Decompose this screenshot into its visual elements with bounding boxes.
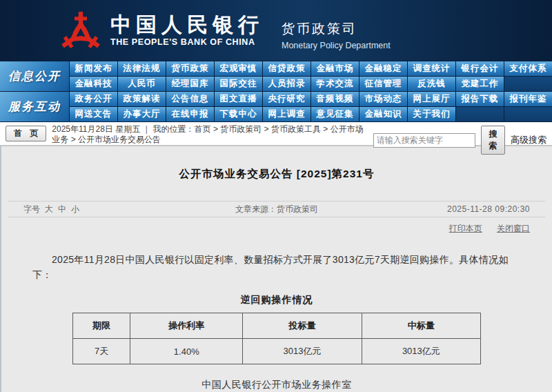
nav-item[interactable]: 金融稳定 <box>359 61 407 76</box>
nav-item[interactable]: 公告信息 <box>166 92 214 106</box>
table-header-cell: 操作利率 <box>130 313 243 339</box>
table-cell: 3013亿元 <box>243 339 362 364</box>
nav-item[interactable]: 反洗钱 <box>408 77 455 91</box>
table-header-row: 期限操作利率投标量中标量 <box>73 313 481 339</box>
nav-item[interactable]: 金融科技 <box>70 77 117 91</box>
nav-item[interactable]: 新闻发布 <box>70 61 117 76</box>
nav-item[interactable]: 政务公开 <box>70 92 117 106</box>
nav-item[interactable]: 网上展厅 <box>408 92 455 106</box>
breadcrumb-bar: 首 页 2025年11月28日 星期五 ｜ 我的位置：首页 > 货币政策司 > … <box>0 122 552 146</box>
font-size-label: 字号 <box>23 204 40 215</box>
nav-item[interactable]: 办事大厅 <box>118 107 166 121</box>
nav-item[interactable]: 国际交往 <box>215 77 262 91</box>
nav-empty-cell <box>456 107 504 121</box>
search-area: 搜索 高级搜索 <box>373 126 546 155</box>
nav-item[interactable]: 央行研究 <box>263 92 310 106</box>
article-meta-row: 字号 大 中 小 文章来源：货币政策司 2025-11-28 09:20:30 <box>8 201 545 217</box>
nav-empty-cell <box>504 77 552 91</box>
article-body: 2025年11月28日中国人民银行以固定利率、数量招标方式开展了3013亿元7天… <box>32 253 521 282</box>
font-size-small[interactable]: 小 <box>71 204 79 215</box>
article-signature: 中国人民银行公开市场业务操作室 <box>1 379 552 391</box>
nav-grid: 信息公开新闻发布法律法规货币政策宏观审慎信贷政策金融市场金融稳定调查统计银行会计… <box>0 61 552 122</box>
nav-item[interactable]: 网送文告 <box>70 107 117 121</box>
search-button[interactable]: 搜索 <box>481 126 505 155</box>
search-input[interactable] <box>373 133 475 148</box>
table-cell: 1.40% <box>130 339 243 364</box>
table-cell: 7天 <box>73 339 130 364</box>
nav-item[interactable]: 调查统计 <box>408 61 455 76</box>
page-title: 公开市场业务交易公告 [2025]第231号 <box>1 167 552 182</box>
nav-item[interactable]: 图文直播 <box>215 92 262 106</box>
department-title-block: 货币政策司 Monetary Policy Department <box>282 20 391 50</box>
table-cell: 3013亿元 <box>362 339 480 364</box>
article-actions: 打印本页 关闭窗口 <box>1 223 530 235</box>
article-datetime: 2025-11-28 09:20:30 <box>447 204 530 214</box>
nav-item[interactable]: 政策解读 <box>118 92 166 106</box>
nav-item[interactable]: 市场动态 <box>359 92 407 106</box>
nav-item[interactable]: 在线申报 <box>166 107 214 121</box>
home-button[interactable]: 首 页 <box>6 126 46 141</box>
nav-item[interactable]: 金融知识 <box>359 107 407 121</box>
nav-item[interactable]: 音频视频 <box>311 92 359 106</box>
print-page-link[interactable]: 打印本页 <box>449 224 482 233</box>
bank-name-cn: 中国人民银行 <box>110 14 264 36</box>
nav-item[interactable]: 货币政策 <box>166 61 214 76</box>
bank-title-block: 中国人民银行 THE PEOPLE'S BANK OF CHINA <box>110 14 264 48</box>
font-size-controls: 字号 大 中 小 <box>23 204 79 215</box>
nav-item[interactable]: 关于我们 <box>408 107 455 121</box>
nav-item[interactable]: 征信管理 <box>359 77 407 91</box>
nav-item[interactable]: 金融市场 <box>311 61 359 76</box>
nav-group-info-disclosure[interactable]: 信息公开 <box>0 61 69 91</box>
table-header-cell: 中标量 <box>362 313 480 339</box>
nav-item[interactable]: 人民币 <box>118 77 166 91</box>
breadcrumb: 2025年11月28日 星期五 ｜ 我的位置：首页 > 货币政策司 > 货币政策… <box>52 124 368 145</box>
nav-item[interactable]: 学术交流 <box>311 77 359 91</box>
pboc-logo-icon <box>61 11 101 51</box>
font-size-medium[interactable]: 中 <box>58 204 66 215</box>
table-row: 7天1.40%3013亿元3013亿元 <box>73 339 481 364</box>
nav-group-service-interaction[interactable]: 服务互动 <box>0 92 69 121</box>
nav-empty-cell <box>504 107 552 121</box>
nav-item[interactable]: 党建工作 <box>456 77 504 91</box>
repo-operation-table: 期限操作利率投标量中标量 7天1.40%3013亿元3013亿元 <box>72 313 481 364</box>
department-name-en: Monetary Policy Department <box>282 41 391 50</box>
nav-item[interactable]: 银行会计 <box>456 61 504 76</box>
nav-item[interactable]: 意见征集 <box>311 107 359 121</box>
table-title: 逆回购操作情况 <box>1 294 552 306</box>
table-header-cell: 投标量 <box>243 313 362 339</box>
table-header-cell: 期限 <box>73 313 130 339</box>
nav-item[interactable]: 人员招录 <box>263 77 310 91</box>
article-area: 公开市场业务交易公告 [2025]第231号 字号 大 中 小 文章来源：货币政… <box>0 146 552 392</box>
site-header: 中国人民银行 THE PEOPLE'S BANK OF CHINA 货币政策司 … <box>0 0 552 61</box>
nav-item[interactable]: 经理国库 <box>166 77 214 91</box>
font-size-large[interactable]: 大 <box>45 204 53 215</box>
nav-item[interactable]: 报刊年鉴 <box>504 92 552 106</box>
department-name-cn: 货币政策司 <box>282 20 391 38</box>
nav-item[interactable]: 网上调查 <box>263 107 310 121</box>
close-window-link[interactable]: 关闭窗口 <box>497 224 530 233</box>
nav-item[interactable]: 宏观审慎 <box>215 61 262 76</box>
bank-name-en: THE PEOPLE'S BANK OF CHINA <box>110 37 264 47</box>
advanced-search-link[interactable]: 高级搜索 <box>511 134 546 146</box>
nav-item[interactable]: 报告下载 <box>456 92 504 106</box>
nav-item[interactable]: 法律法规 <box>118 61 166 76</box>
nav-item[interactable]: 下载中心 <box>215 107 262 121</box>
nav-item[interactable]: 支付体系 <box>504 61 552 76</box>
nav-item[interactable]: 信贷政策 <box>263 61 310 76</box>
